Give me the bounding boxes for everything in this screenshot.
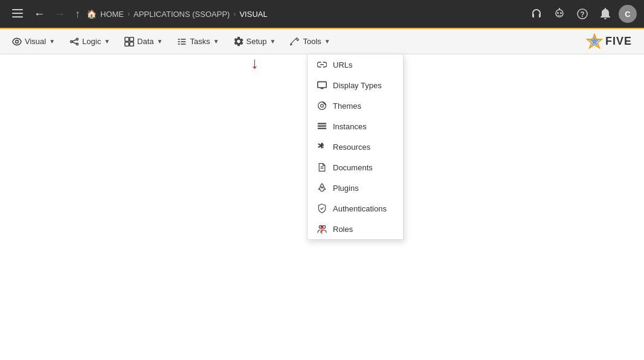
dropdown-instances-label: Instances (333, 122, 367, 131)
home-icon: 🏠 (86, 9, 97, 19)
svg-point-4 (557, 12, 559, 14)
svg-point-40 (319, 225, 322, 228)
hamburger-icon[interactable] (7, 5, 28, 23)
svg-text:?: ? (580, 10, 584, 19)
svg-point-41 (323, 225, 326, 228)
svg-point-7 (559, 8, 560, 9)
nav-item-tasks[interactable]: Tasks ▼ (170, 32, 226, 51)
avatar[interactable]: C (619, 5, 637, 23)
dropdown-item-plugins[interactable]: Plugins (308, 178, 403, 198)
breadcrumb-app-label: APPLICATIONS (SSOAPP) (134, 10, 230, 19)
nav-item-logic[interactable]: Logic ▼ (62, 32, 117, 51)
top-bar: ← → ↑ 🏠 HOME › APPLICATIONS (SSOAPP) › V… (0, 0, 644, 29)
visual-icon (12, 37, 22, 47)
dropdown-documents-label: Documents (333, 163, 373, 172)
breadcrumb-sep-1: › (127, 10, 130, 18)
tools-caret: ▼ (324, 38, 330, 45)
svg-rect-16 (125, 37, 129, 40)
breadcrumb-app[interactable]: APPLICATIONS (SSOAPP) (134, 10, 230, 19)
svg-point-5 (560, 12, 562, 14)
top-bar-right: ? C (527, 4, 637, 24)
people-icon (317, 224, 327, 234)
svg-point-39 (321, 187, 323, 188)
svg-rect-29 (318, 82, 326, 88)
dropdown-authentications-label: Authentications (333, 204, 387, 213)
five-logo-icon (586, 33, 603, 50)
visual-caret: ▼ (49, 38, 55, 45)
logic-caret: ▼ (104, 38, 110, 45)
breadcrumb-visual-label: VISUAL (239, 10, 267, 19)
dropdown-item-documents[interactable]: Documents (308, 157, 403, 178)
svg-rect-17 (130, 37, 134, 40)
dropdown-item-display-types[interactable]: Display Types (308, 75, 403, 95)
up-button[interactable]: ↑ (71, 5, 84, 23)
dropdown-item-resources[interactable]: Resources (308, 137, 403, 157)
setup-dropdown: URLs Display Types Themes (307, 54, 404, 240)
svg-point-33 (321, 104, 324, 108)
data-caret: ▼ (157, 38, 163, 45)
breadcrumb: 🏠 HOME › APPLICATIONS (SSOAPP) › VISUAL (86, 9, 268, 19)
nav-logic-label: Logic (82, 37, 101, 46)
nav-item-data[interactable]: Data ▼ (117, 32, 170, 51)
nav-visual-label: Visual (25, 37, 46, 46)
headset-icon[interactable] (527, 4, 546, 24)
breadcrumb-sep-2: › (233, 10, 236, 18)
nav-tools-label: Tools (303, 37, 321, 46)
dropdown-item-roles[interactable]: Roles (308, 219, 403, 239)
svg-rect-36 (318, 127, 326, 129)
secondary-nav: Visual ▼ Logic ▼ Data ▼ (0, 29, 644, 54)
data-icon (124, 37, 134, 47)
svg-rect-1 (12, 13, 23, 14)
themes-icon (317, 101, 327, 111)
document-icon (317, 162, 327, 172)
svg-rect-34 (318, 123, 326, 124)
dropdown-urls-label: URLs (333, 60, 353, 69)
dropdown-roles-label: Roles (333, 225, 353, 234)
svg-rect-19 (130, 42, 134, 45)
svg-point-13 (76, 43, 78, 45)
nav-data-label: Data (137, 37, 153, 46)
puzzle-icon (317, 142, 327, 152)
tools-icon (290, 37, 300, 47)
svg-point-12 (76, 38, 78, 40)
nav-item-visual[interactable]: Visual ▼ (5, 32, 62, 51)
logic-icon (69, 37, 79, 47)
five-logo-text: FIVE (605, 35, 632, 48)
dropdown-item-authentications[interactable]: Authentications ↑ (308, 198, 403, 219)
dropdown-resources-label: Resources (333, 143, 370, 152)
bell-icon[interactable] (596, 4, 615, 24)
tasks-caret: ▼ (213, 38, 219, 45)
svg-rect-2 (12, 16, 23, 18)
svg-point-10 (16, 40, 19, 43)
dropdown-display-types-label: Display Types (333, 81, 382, 90)
breadcrumb-home[interactable]: 🏠 HOME (86, 9, 124, 19)
nav-tasks-label: Tasks (190, 37, 210, 46)
nav-setup-label: Setup (246, 37, 267, 46)
instances-icon (317, 121, 327, 131)
five-logo: FIVE (586, 33, 639, 50)
setup-caret: ▼ (270, 38, 276, 45)
display-icon (317, 80, 327, 90)
tasks-icon (177, 37, 187, 47)
link-icon (317, 60, 327, 69)
breadcrumb-visual[interactable]: VISUAL (239, 10, 267, 19)
dropdown-item-urls[interactable]: URLs (308, 54, 403, 75)
svg-point-11 (71, 40, 72, 42)
forward-button[interactable]: → (51, 5, 69, 23)
help-icon[interactable]: ? (573, 4, 592, 24)
dropdown-plugins-label: Plugins (333, 184, 359, 193)
setup-icon (234, 37, 243, 47)
dropdown-item-instances[interactable]: Instances (308, 116, 403, 137)
breadcrumb-home-label: HOME (100, 10, 124, 19)
svg-rect-18 (125, 42, 129, 45)
back-button[interactable]: ← (30, 5, 48, 23)
dropdown-themes-label: Themes (333, 101, 361, 111)
robot-icon[interactable] (550, 4, 569, 24)
nav-item-setup[interactable]: Setup ▼ ↓ (227, 32, 283, 51)
svg-rect-0 (12, 9, 23, 10)
dropdown-item-themes[interactable]: Themes (308, 95, 403, 116)
rocket-icon (317, 183, 327, 193)
svg-line-15 (72, 42, 76, 43)
top-bar-left: ← → ↑ 🏠 HOME › APPLICATIONS (SSOAPP) › V… (7, 5, 268, 23)
nav-item-tools[interactable]: Tools ▼ (283, 32, 337, 51)
